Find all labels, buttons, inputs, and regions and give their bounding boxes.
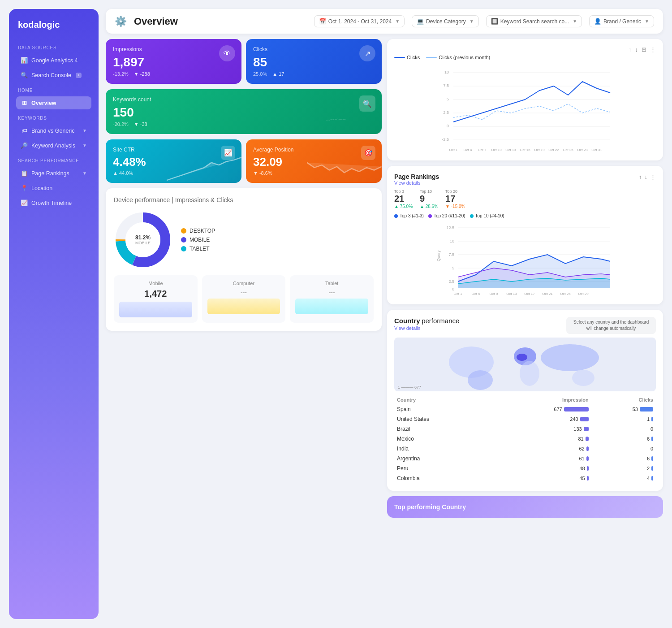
country-clicks: 0	[591, 424, 655, 433]
chart-more-btn[interactable]: ⋮	[650, 46, 656, 53]
sidebar-item-location[interactable]: 📍 Location	[16, 182, 91, 195]
col-impression: Impression	[490, 396, 590, 404]
impressions-pct: -13.2%	[113, 71, 129, 77]
chart-up-btn[interactable]: ↑	[629, 46, 632, 53]
sidebar-item-search-console[interactable]: 🔍 Search Console +	[16, 69, 91, 82]
country-impressions: 133	[490, 424, 590, 433]
table-row[interactable]: India 62 0	[395, 444, 655, 453]
svg-point-55	[541, 344, 599, 371]
svg-text:Oct 7: Oct 7	[478, 148, 487, 152]
top10-label: Top 10	[420, 189, 438, 194]
table-row[interactable]: United States 240 1	[395, 415, 655, 424]
top10-dot	[470, 214, 474, 218]
section-data-sources: Data Sources	[18, 45, 90, 50]
table-row[interactable]: Brazil 133 0	[395, 424, 655, 433]
country-table: Country Impression Clicks Spain 677	[394, 395, 656, 484]
sidebar-item-page-rankings[interactable]: 📋 Page Rankings ▼	[16, 167, 91, 180]
chart-down-btn[interactable]: ↓	[635, 46, 638, 53]
top20-label: Top 20	[445, 189, 465, 194]
clicks-chart-card: ↑ ↓ ⊞ ⋮ Clicks Clicks (previous month)	[387, 39, 663, 160]
chevron-down-icon-3: ▼	[573, 19, 577, 24]
svg-text:10: 10	[444, 70, 449, 74]
rankings-view-details-link[interactable]: View details	[394, 180, 656, 186]
sidebar-item-overview[interactable]: ⊞ Overview	[16, 96, 91, 109]
chevron-down-icon-4: ▼	[645, 19, 649, 24]
top10-value: 9	[420, 194, 438, 204]
avg-pos-title: Average Position	[253, 147, 375, 153]
tablet-bar-chart	[295, 299, 368, 314]
impressions-abs: ▼ -288	[134, 71, 150, 77]
col-country: Country	[395, 396, 489, 404]
donut-center-mobile-pct: 81.2%	[135, 234, 151, 241]
mobile-dot	[181, 237, 186, 243]
country-name: Brazil	[395, 424, 489, 433]
metric-cards-top: Impressions 1,897 -13.2% ▼ -288 👁 Clicks…	[106, 39, 382, 84]
keyword-icon: 🔎	[21, 142, 28, 149]
country-view-details[interactable]: View details	[394, 325, 459, 331]
impressions-sub: -13.2% ▼ -288	[113, 71, 234, 77]
rankings-down-btn[interactable]: ↓	[645, 173, 648, 180]
legend-clicks-prev: Clicks (previous month)	[426, 55, 490, 60]
table-row[interactable]: Argentina 61 6	[395, 454, 655, 463]
world-map: 1 ——— 677	[394, 338, 656, 391]
table-row[interactable]: Spain 677 53	[395, 405, 655, 414]
svg-text:Oct 5: Oct 5	[471, 292, 480, 296]
country-impressions: 45	[490, 474, 590, 483]
country-clicks: 1	[591, 415, 655, 424]
svg-text:10: 10	[450, 239, 454, 243]
country-name: Mexico	[395, 434, 489, 443]
date-filter[interactable]: 📅 Oct 1, 2024 - Oct 31, 2024 ▼	[314, 15, 405, 27]
col-clicks: Clicks	[591, 396, 655, 404]
sidebar-item-growth-timeline[interactable]: 📈 Growth Timeline	[16, 196, 91, 209]
main-content: ⚙️ Overview 📅 Oct 1, 2024 - Oct 31, 2024…	[99, 9, 663, 619]
legend-top10: Top 10 (#4-10)	[470, 213, 504, 218]
chevron-icon-2: ▼	[82, 143, 87, 148]
keyword-search-filter[interactable]: 🔲 Keyword Search search co... ▼	[486, 15, 582, 27]
rankings-more-btn[interactable]: ⋮	[650, 173, 656, 180]
svg-text:Oct 25: Oct 25	[563, 148, 573, 152]
computer-bar-chart	[207, 299, 280, 314]
sidebar-item-brand-vs-generic[interactable]: 🏷 Brand vs Generic ▼	[16, 124, 91, 137]
legend-desktop: DESKTOP	[181, 228, 215, 234]
svg-text:Oct 16: Oct 16	[520, 148, 530, 152]
top3-label: Top 3	[394, 189, 413, 194]
sidebar-item-google-analytics[interactable]: 📊 Google Analytics 4	[16, 54, 91, 67]
svg-text:5: 5	[447, 97, 449, 101]
page-title: Overview	[134, 16, 307, 27]
country-name: Argentina	[395, 454, 489, 463]
country-impressions: 677	[490, 405, 590, 414]
country-performance-card: Country performance View details Select …	[387, 310, 663, 491]
chart-expand-btn[interactable]: ⊞	[642, 46, 646, 53]
country-name: Colombia	[395, 474, 489, 483]
computer-bar: Computer ---	[202, 275, 286, 323]
keywords-title: Keywords count	[113, 96, 375, 103]
country-name: United States	[395, 415, 489, 424]
map-scale: 1 ——— 677	[398, 385, 421, 390]
svg-text:Oct 29: Oct 29	[578, 292, 589, 296]
device-filter[interactable]: 💻 Device Category ▼	[412, 15, 479, 27]
country-clicks: 6	[591, 434, 655, 443]
search-plus-icon: 🔍	[359, 95, 375, 112]
eye-icon: 👁	[219, 45, 235, 61]
legend-mobile: MOBILE	[181, 237, 215, 243]
svg-text:Oct 28: Oct 28	[577, 148, 588, 152]
clicks-chart-legend: Clicks Clicks (previous month)	[394, 55, 656, 60]
brand-icon: 🏷	[21, 127, 28, 134]
desktop-dot	[181, 228, 186, 234]
top10-change: ▲ 28.6%	[420, 204, 438, 209]
logo: kodalogic	[16, 20, 91, 30]
table-row[interactable]: Mexico 81 6	[395, 434, 655, 443]
clicks-title: Clicks	[253, 46, 375, 52]
table-row[interactable]: Colombia 45 4	[395, 474, 655, 483]
rankings-up-btn[interactable]: ↑	[639, 173, 642, 180]
sidebar: kodalogic Data Sources 📊 Google Analytic…	[9, 9, 99, 619]
search-console-badge: +	[76, 73, 82, 78]
brand-generic-filter[interactable]: 👤 Brand / Generic ▼	[589, 15, 654, 27]
grid-icon: 🔲	[491, 18, 498, 25]
top3-value: 21	[394, 194, 413, 204]
keywords-card: Keywords count 150 -20.2% ▼ -38 🔍	[106, 89, 382, 134]
svg-point-52	[468, 370, 493, 390]
growth-icon: 📈	[21, 199, 28, 206]
table-row[interactable]: Peru 48 2	[395, 464, 655, 473]
sidebar-item-keyword-analysis[interactable]: 🔎 Keyword Analysis ▼	[16, 139, 91, 152]
